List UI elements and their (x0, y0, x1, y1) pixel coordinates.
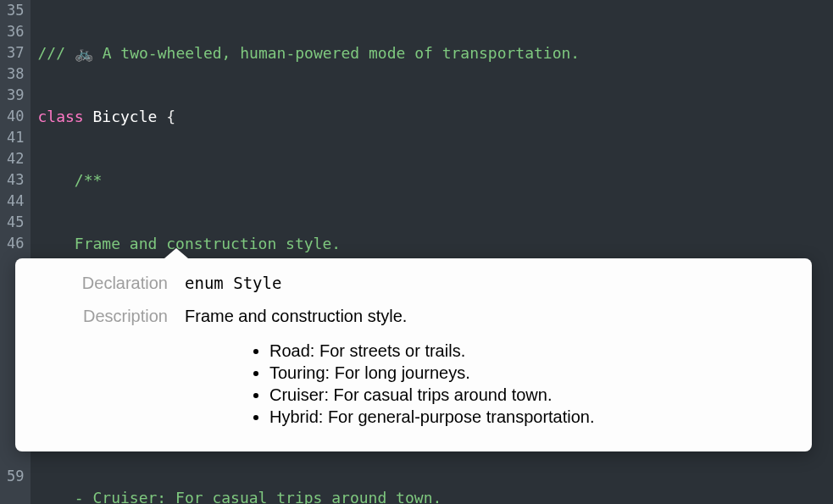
description-value: Frame and construction style. (185, 307, 812, 326)
code-line-42: - Cruiser: For casual trips around town. (37, 487, 833, 504)
line-number: 35 (7, 0, 24, 21)
line-number: 44 (7, 191, 24, 212)
line-number: 45 (7, 212, 24, 233)
quick-help-popover: Declaration enum Style Description Frame… (15, 258, 812, 451)
line-number: 37 (7, 42, 24, 64)
line-number: 36 (7, 21, 24, 42)
line-number: 59 (7, 466, 24, 487)
line-number: 42 (7, 148, 24, 169)
line-number: 46 (7, 233, 24, 254)
code-line-35: /// 🚲 A two-wheeled, human-powered mode … (37, 42, 833, 64)
bicycle-emoji-icon: 🚲 (75, 44, 93, 62)
description-label: Description (15, 307, 185, 326)
list-item: Touring: For long journeys. (269, 362, 812, 384)
description-row: Description Frame and construction style… (15, 307, 812, 326)
line-number: 40 (7, 106, 24, 127)
code-line-36: class Bicycle { (37, 106, 833, 127)
line-number: 39 (7, 85, 24, 106)
list-item: Hybrid: For general-purpose transportati… (269, 406, 812, 428)
code-line-38: Frame and construction style. (37, 233, 833, 254)
line-number: 38 (7, 64, 24, 85)
declaration-label: Declaration (15, 274, 185, 293)
declaration-value: enum Style (185, 274, 812, 292)
line-number: 43 (7, 169, 24, 191)
list-item: Road: For streets or trails. (269, 340, 812, 362)
code-line-37: /** (37, 169, 833, 191)
description-bullets: Road: For streets or trails. Touring: Fo… (269, 340, 812, 428)
declaration-row: Declaration enum Style (15, 274, 812, 293)
line-number: 41 (7, 127, 24, 148)
list-item: Cruiser: For casual trips around town. (269, 384, 812, 406)
